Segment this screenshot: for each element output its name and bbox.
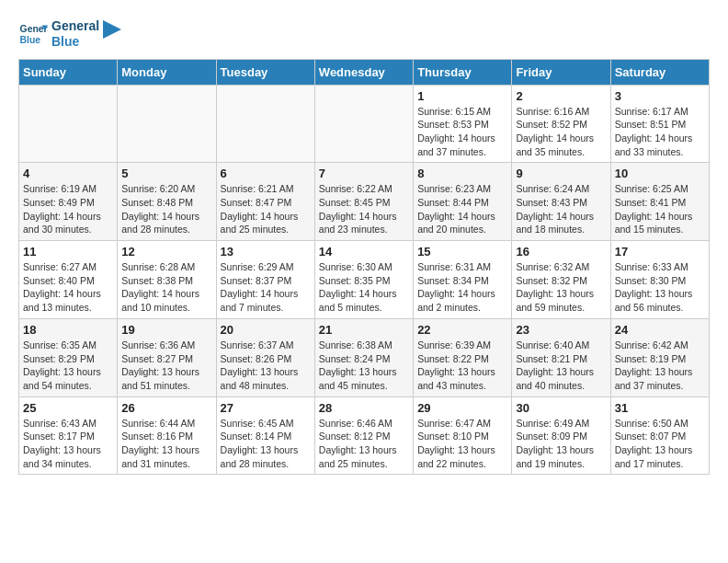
day-number: 15 — [417, 245, 507, 259]
day-cell: 22Sunrise: 6:39 AM Sunset: 8:22 PM Dayli… — [414, 318, 512, 396]
day-info: Sunrise: 6:15 AM Sunset: 8:53 PM Dayligh… — [417, 105, 507, 159]
day-info: Sunrise: 6:25 AM Sunset: 8:41 PM Dayligh… — [615, 182, 705, 236]
day-number: 30 — [516, 401, 606, 415]
day-info: Sunrise: 6:30 AM Sunset: 8:35 PM Dayligh… — [319, 260, 409, 315]
day-number: 31 — [615, 401, 705, 415]
day-info: Sunrise: 6:35 AM Sunset: 8:29 PM Dayligh… — [23, 339, 113, 393]
day-info: Sunrise: 6:37 AM Sunset: 8:26 PM Dayligh… — [221, 339, 311, 393]
week-row-2: 11Sunrise: 6:27 AM Sunset: 8:40 PM Dayli… — [19, 241, 710, 319]
logo-icon: General Blue — [18, 19, 48, 49]
day-cell — [118, 85, 216, 163]
day-cell: 19Sunrise: 6:36 AM Sunset: 8:27 PM Dayli… — [118, 318, 216, 396]
day-info: Sunrise: 6:44 AM Sunset: 8:16 PM Dayligh… — [121, 417, 211, 471]
day-cell: 17Sunrise: 6:33 AM Sunset: 8:30 PM Dayli… — [610, 241, 709, 319]
day-cell: 25Sunrise: 6:43 AM Sunset: 8:17 PM Dayli… — [19, 396, 118, 475]
day-info: Sunrise: 6:22 AM Sunset: 8:45 PM Dayligh… — [319, 182, 409, 236]
day-number: 8 — [417, 167, 507, 180]
day-number: 18 — [23, 323, 113, 337]
day-number: 24 — [615, 323, 705, 337]
header-row: SundayMondayTuesdayWednesdayThursdayFrid… — [19, 59, 710, 85]
logo-blue: Blue — [51, 34, 99, 50]
day-info: Sunrise: 6:43 AM Sunset: 8:17 PM Dayligh… — [23, 417, 113, 471]
day-info: Sunrise: 6:17 AM Sunset: 8:51 PM Dayligh… — [615, 105, 705, 159]
day-cell: 7Sunrise: 6:22 AM Sunset: 8:45 PM Daylig… — [314, 163, 413, 241]
day-info: Sunrise: 6:50 AM Sunset: 8:07 PM Dayligh… — [615, 417, 705, 471]
day-cell — [19, 85, 118, 163]
header-cell-friday: Friday — [512, 59, 610, 85]
day-number: 12 — [121, 245, 211, 259]
header-cell-monday: Monday — [118, 59, 216, 85]
header: General Blue General Blue — [18, 18, 710, 50]
logo-general: General — [51, 18, 99, 34]
day-cell: 30Sunrise: 6:49 AM Sunset: 8:09 PM Dayli… — [512, 396, 610, 475]
day-info: Sunrise: 6:32 AM Sunset: 8:32 PM Dayligh… — [516, 260, 606, 315]
day-number: 14 — [319, 245, 409, 259]
day-cell: 21Sunrise: 6:38 AM Sunset: 8:24 PM Dayli… — [314, 318, 413, 396]
header-cell-saturday: Saturday — [610, 59, 709, 85]
header-cell-sunday: Sunday — [19, 59, 118, 85]
day-cell: 2Sunrise: 6:16 AM Sunset: 8:52 PM Daylig… — [512, 85, 610, 163]
day-info: Sunrise: 6:23 AM Sunset: 8:44 PM Dayligh… — [417, 182, 507, 236]
day-info: Sunrise: 6:38 AM Sunset: 8:24 PM Dayligh… — [319, 339, 409, 393]
day-number: 13 — [221, 245, 311, 259]
day-cell: 3Sunrise: 6:17 AM Sunset: 8:51 PM Daylig… — [610, 85, 709, 163]
day-cell — [314, 85, 413, 163]
day-number: 17 — [615, 245, 705, 259]
day-info: Sunrise: 6:46 AM Sunset: 8:12 PM Dayligh… — [319, 417, 409, 471]
day-number: 23 — [516, 323, 606, 337]
day-info: Sunrise: 6:49 AM Sunset: 8:09 PM Dayligh… — [516, 417, 606, 471]
day-number: 1 — [417, 89, 507, 103]
day-info: Sunrise: 6:28 AM Sunset: 8:38 PM Dayligh… — [121, 260, 211, 315]
day-info: Sunrise: 6:39 AM Sunset: 8:22 PM Dayligh… — [417, 339, 507, 393]
day-info: Sunrise: 6:16 AM Sunset: 8:52 PM Dayligh… — [516, 105, 606, 159]
day-cell: 28Sunrise: 6:46 AM Sunset: 8:12 PM Dayli… — [314, 396, 413, 475]
day-info: Sunrise: 6:27 AM Sunset: 8:40 PM Dayligh… — [23, 260, 113, 315]
day-number: 20 — [221, 323, 311, 337]
day-cell: 27Sunrise: 6:45 AM Sunset: 8:14 PM Dayli… — [216, 396, 314, 475]
day-number: 27 — [221, 401, 311, 415]
day-info: Sunrise: 6:20 AM Sunset: 8:48 PM Dayligh… — [121, 182, 211, 236]
week-row-4: 25Sunrise: 6:43 AM Sunset: 8:17 PM Dayli… — [19, 396, 710, 475]
day-number: 11 — [23, 245, 113, 259]
day-number: 6 — [221, 167, 311, 180]
calendar-table: SundayMondayTuesdayWednesdayThursdayFrid… — [18, 59, 710, 476]
day-cell: 12Sunrise: 6:28 AM Sunset: 8:38 PM Dayli… — [118, 241, 216, 319]
day-info: Sunrise: 6:40 AM Sunset: 8:21 PM Dayligh… — [516, 339, 606, 393]
day-cell: 26Sunrise: 6:44 AM Sunset: 8:16 PM Dayli… — [118, 396, 216, 475]
day-number: 4 — [23, 167, 113, 180]
day-cell: 11Sunrise: 6:27 AM Sunset: 8:40 PM Dayli… — [19, 241, 118, 319]
day-cell: 14Sunrise: 6:30 AM Sunset: 8:35 PM Dayli… — [314, 241, 413, 319]
day-info: Sunrise: 6:36 AM Sunset: 8:27 PM Dayligh… — [121, 339, 211, 393]
day-info: Sunrise: 6:24 AM Sunset: 8:43 PM Dayligh… — [516, 182, 606, 236]
day-number: 5 — [121, 167, 211, 180]
day-number: 9 — [516, 167, 606, 180]
day-number: 26 — [121, 401, 211, 415]
day-number: 3 — [615, 89, 705, 103]
day-info: Sunrise: 6:47 AM Sunset: 8:10 PM Dayligh… — [417, 417, 507, 471]
day-info: Sunrise: 6:21 AM Sunset: 8:47 PM Dayligh… — [221, 182, 311, 236]
day-number: 7 — [319, 167, 409, 180]
day-info: Sunrise: 6:29 AM Sunset: 8:37 PM Dayligh… — [221, 260, 311, 315]
day-cell: 20Sunrise: 6:37 AM Sunset: 8:26 PM Dayli… — [216, 318, 314, 396]
day-cell: 18Sunrise: 6:35 AM Sunset: 8:29 PM Dayli… — [19, 318, 118, 396]
day-cell: 5Sunrise: 6:20 AM Sunset: 8:48 PM Daylig… — [118, 163, 216, 241]
day-cell: 23Sunrise: 6:40 AM Sunset: 8:21 PM Dayli… — [512, 318, 610, 396]
day-cell: 6Sunrise: 6:21 AM Sunset: 8:47 PM Daylig… — [216, 163, 314, 241]
day-number: 25 — [23, 401, 113, 415]
day-number: 29 — [417, 401, 507, 415]
week-row-1: 4Sunrise: 6:19 AM Sunset: 8:49 PM Daylig… — [19, 163, 710, 241]
day-number: 19 — [121, 323, 211, 337]
day-cell: 9Sunrise: 6:24 AM Sunset: 8:43 PM Daylig… — [512, 163, 610, 241]
day-cell: 31Sunrise: 6:50 AM Sunset: 8:07 PM Dayli… — [610, 396, 709, 475]
day-cell — [216, 85, 314, 163]
day-cell: 1Sunrise: 6:15 AM Sunset: 8:53 PM Daylig… — [414, 85, 512, 163]
logo-flag-icon — [103, 20, 121, 48]
day-number: 2 — [516, 89, 606, 103]
svg-marker-3 — [103, 20, 121, 39]
day-number: 28 — [319, 401, 409, 415]
day-cell: 13Sunrise: 6:29 AM Sunset: 8:37 PM Dayli… — [216, 241, 314, 319]
day-info: Sunrise: 6:45 AM Sunset: 8:14 PM Dayligh… — [221, 417, 311, 471]
day-info: Sunrise: 6:33 AM Sunset: 8:30 PM Dayligh… — [615, 260, 705, 315]
day-cell: 15Sunrise: 6:31 AM Sunset: 8:34 PM Dayli… — [414, 241, 512, 319]
header-cell-thursday: Thursday — [414, 59, 512, 85]
